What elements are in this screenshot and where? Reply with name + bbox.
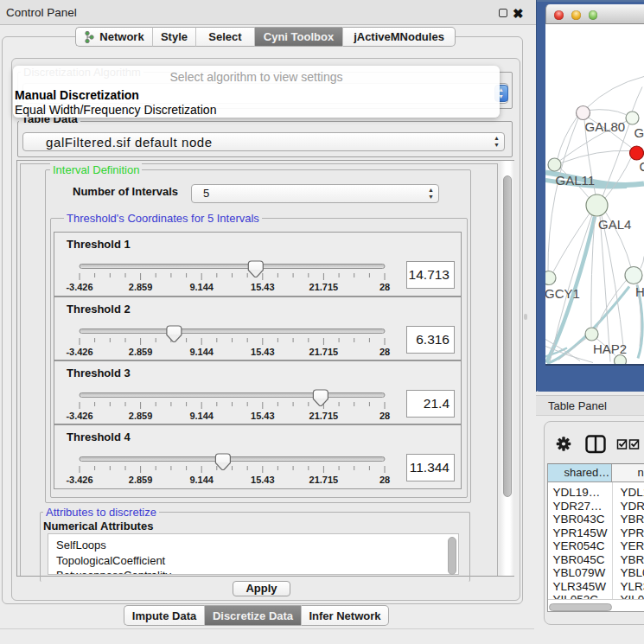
- svg-text:15.43: 15.43: [251, 346, 275, 356]
- svg-text:9.144: 9.144: [189, 410, 214, 420]
- svg-text:2.859: 2.859: [129, 346, 153, 356]
- svg-text:21.715: 21.715: [309, 282, 339, 292]
- svg-text:28: 28: [379, 410, 390, 420]
- svg-text:GAL80: GAL80: [585, 119, 626, 134]
- svg-text:-3.426: -3.426: [66, 282, 92, 292]
- svg-text:GCY1: GCY1: [545, 285, 580, 300]
- svg-text:GAL4: GAL4: [598, 216, 631, 231]
- svg-text:-3.426: -3.426: [66, 475, 92, 485]
- svg-text:GAL11: GAL11: [556, 173, 596, 188]
- svg-text:GA: GA: [634, 124, 644, 139]
- svg-text:9.144: 9.144: [189, 475, 214, 485]
- svg-text:28: 28: [379, 475, 390, 485]
- svg-text:15.43: 15.43: [251, 475, 275, 485]
- svg-text:2.859: 2.859: [129, 475, 153, 485]
- svg-text:H: H: [635, 284, 644, 299]
- svg-text:C: C: [640, 158, 644, 173]
- svg-text:21.715: 21.715: [309, 475, 339, 485]
- svg-text:-3.426: -3.426: [66, 410, 92, 420]
- svg-text:9.144: 9.144: [189, 346, 214, 356]
- svg-text:9.144: 9.144: [189, 282, 214, 292]
- svg-text:28: 28: [379, 282, 390, 292]
- svg-text:15.43: 15.43: [251, 410, 275, 420]
- svg-text:21.715: 21.715: [309, 346, 339, 356]
- svg-text:-3.426: -3.426: [66, 346, 92, 356]
- svg-text:21.715: 21.715: [309, 410, 339, 420]
- svg-text:HAP2: HAP2: [593, 341, 627, 356]
- svg-text:2.859: 2.859: [129, 282, 153, 292]
- svg-text:2.859: 2.859: [129, 410, 153, 420]
- svg-text:15.43: 15.43: [251, 282, 275, 292]
- svg-text:28: 28: [379, 346, 390, 356]
